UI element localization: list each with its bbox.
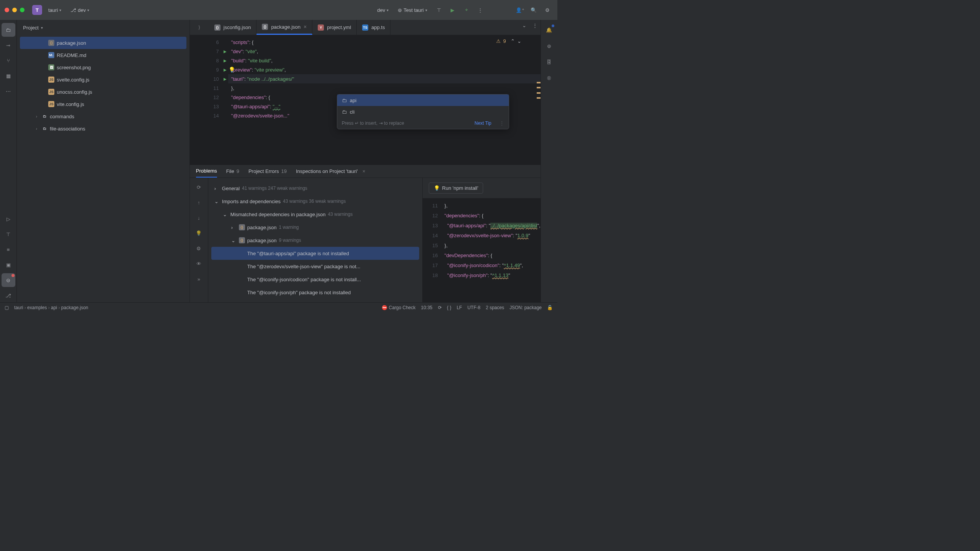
zoom-window[interactable]	[20, 8, 24, 12]
sync-icon[interactable]: ⟳	[438, 305, 442, 310]
chevron-up-icon[interactable]: ⌃	[511, 38, 515, 44]
more-down-icon[interactable]: »	[193, 274, 204, 284]
run-gutter-icon[interactable]: ▶	[224, 59, 227, 63]
debug-icon[interactable]: ⌖	[461, 5, 472, 15]
crumb[interactable]: package.json	[61, 305, 88, 310]
notifications-icon[interactable]: 🔔	[542, 23, 556, 37]
expand-icon[interactable]: ↓	[193, 212, 204, 223]
problem-item[interactable]: ⌄{}package.json 9 warnings	[211, 234, 419, 247]
settings-icon[interactable]: ⚙	[193, 243, 204, 254]
code-with-me-icon[interactable]: 👤⁺	[514, 5, 525, 15]
more-icon[interactable]: ⋮	[500, 121, 504, 126]
project-tool-icon[interactable]: 🗀	[2, 23, 15, 37]
crumb[interactable]: examples	[27, 305, 47, 310]
problems-tab[interactable]: File9	[226, 165, 239, 177]
file-language[interactable]: JSON: package	[510, 305, 542, 310]
tree-file[interactable]: JSunocss.config.js	[20, 86, 186, 98]
preview-icon[interactable]: 👁	[193, 258, 204, 269]
problem-item[interactable]: The "@iconify-json/ph" package is not in…	[211, 286, 419, 299]
run-gutter-icon[interactable]: ▶	[224, 49, 227, 54]
test-config-selector[interactable]: ⊚ Test tauri ▾	[395, 6, 430, 15]
ai-assistant-icon[interactable]: ⊚	[542, 39, 556, 53]
bulb-icon[interactable]: 💡	[229, 67, 235, 73]
build-icon[interactable]: ⊤	[433, 5, 444, 15]
run-gutter-icon[interactable]: ▶	[224, 77, 227, 81]
crumb[interactable]: tauri	[14, 305, 23, 310]
close-icon[interactable]: ×	[304, 24, 307, 30]
more-icon[interactable]: ⋮	[530, 20, 541, 31]
autocomplete-item[interactable]: 🗀cli	[337, 106, 509, 117]
editor-tab[interactable]: {}package.json×	[256, 20, 312, 35]
run-icon[interactable]: ▶	[447, 5, 458, 15]
editor-tab[interactable]: TSapp.ts	[357, 20, 390, 35]
encoding[interactable]: UTF-8	[467, 305, 480, 310]
problem-item[interactable]: The "@tauri-apps/api" package is not ins…	[211, 247, 419, 260]
tree-file[interactable]: 🖼screenshot.png	[20, 61, 186, 73]
git-tool-icon[interactable]: ⎇	[2, 289, 15, 302]
editor-tab[interactable]: Yproject.yml	[312, 20, 357, 35]
commit-tool-icon[interactable]: ⊸	[2, 38, 15, 52]
inspection-badge[interactable]: ⚠ 9 ⌃ ⌄	[496, 38, 521, 44]
breadcrumb[interactable]: tauri › examples › api › package.json	[14, 305, 88, 310]
database-icon[interactable]: 🗄	[542, 55, 556, 69]
problems-tab[interactable]: Inspections on Project 'tauri'×	[296, 165, 365, 177]
minimize-window[interactable]	[12, 8, 17, 12]
rust-icon[interactable]: ®	[542, 71, 556, 85]
settings-icon[interactable]: ⚙	[542, 5, 553, 15]
problems-tab[interactable]: Problems	[196, 165, 217, 178]
build-tool-icon[interactable]: ⊤	[2, 227, 15, 241]
more-tools-icon[interactable]: ⋯	[2, 84, 15, 98]
lock-icon[interactable]: 🔓	[547, 305, 553, 310]
braces-icon[interactable]: { }	[447, 305, 451, 310]
git-branch[interactable]: ⎇ dev ▾	[67, 6, 92, 15]
structure-tool-icon[interactable]: ▦	[2, 69, 15, 83]
caret-position[interactable]: 10:35	[421, 305, 433, 310]
tree-file[interactable]: JSvite.config.js	[20, 98, 186, 110]
search-icon[interactable]: 🔍	[528, 5, 539, 15]
next-tip-link[interactable]: Next Tip	[474, 121, 491, 126]
code-editor[interactable]: 67▶8▶9▶💡10▶11121314 "scripts": { "dev": …	[190, 35, 541, 165]
pull-request-icon[interactable]: ⑂	[2, 54, 15, 67]
problem-item[interactable]: ⌄Mismatched dependencies in package.json…	[211, 208, 419, 221]
run-tool-icon[interactable]: ▷	[2, 212, 15, 226]
quick-fix-button[interactable]: 💡 Run 'npm install'	[429, 183, 483, 194]
run-config-selector[interactable]: dev ▾	[374, 6, 392, 15]
project-badge[interactable]: T	[32, 5, 42, 15]
ts-icon: TS	[362, 24, 368, 31]
project-tree[interactable]: {}package.jsonM↓README.md🖼screenshot.png…	[17, 35, 189, 136]
overflow-icon[interactable]: ⟩	[190, 20, 209, 35]
run-gutter-icon[interactable]: ▶	[224, 68, 227, 72]
indent-setting[interactable]: 2 spaces	[486, 305, 504, 310]
tree-file[interactable]: M↓README.md	[20, 49, 186, 61]
autocomplete-item[interactable]: 🗀api	[337, 95, 509, 106]
crumb[interactable]: api	[51, 305, 57, 310]
terminal-tool-icon[interactable]: ▣	[2, 258, 15, 272]
close-icon[interactable]: ×	[363, 168, 366, 174]
problems-tab[interactable]: Project Errors19	[248, 165, 287, 177]
project-panel-header[interactable]: Project ▾	[17, 20, 189, 35]
line-ending[interactable]: LF	[457, 305, 462, 310]
problem-item[interactable]: ⌄Imports and dependencies 43 warnings 36…	[211, 195, 419, 208]
problem-item[interactable]: The "@iconify-json/codicon" package is n…	[211, 273, 419, 286]
refresh-icon[interactable]: ⟳	[193, 182, 204, 192]
todo-tool-icon[interactable]: ≡	[2, 243, 15, 256]
problems-tool-icon[interactable]: ⊝	[2, 273, 15, 287]
editor-tab[interactable]: {}jsconfig.json	[209, 20, 257, 35]
more-icon[interactable]: ⋮	[475, 5, 485, 15]
chevron-down-icon[interactable]: ⌄	[519, 20, 530, 31]
project-selector[interactable]: tauri ▾	[45, 6, 64, 15]
problem-item[interactable]: ›{}package.json 1 warning	[211, 221, 419, 234]
tree-folder[interactable]: ›🗀commands	[20, 110, 186, 122]
preview-code[interactable]: 1112131415161718 }, "dependencies": { "@…	[423, 198, 541, 303]
close-window[interactable]	[5, 8, 9, 12]
chevron-down-icon[interactable]: ⌄	[517, 38, 521, 44]
bulb-icon[interactable]: 💡	[193, 228, 204, 238]
collapse-icon[interactable]: ↑	[193, 197, 204, 208]
problem-item[interactable]: ›General 41 warnings 247 weak warnings	[211, 182, 419, 195]
tree-file[interactable]: {}package.json	[20, 37, 186, 49]
tree-folder[interactable]: ›🗀file-associations	[20, 122, 186, 135]
tree-file[interactable]: JSsvelte.config.js	[20, 73, 186, 86]
problems-tree[interactable]: ›General 41 warnings 247 weak warnings⌄I…	[208, 178, 423, 303]
problem-item[interactable]: The "@zerodevx/svelte-json-view" package…	[211, 260, 419, 273]
cargo-check[interactable]: ⛔ Cargo Check	[382, 305, 415, 310]
